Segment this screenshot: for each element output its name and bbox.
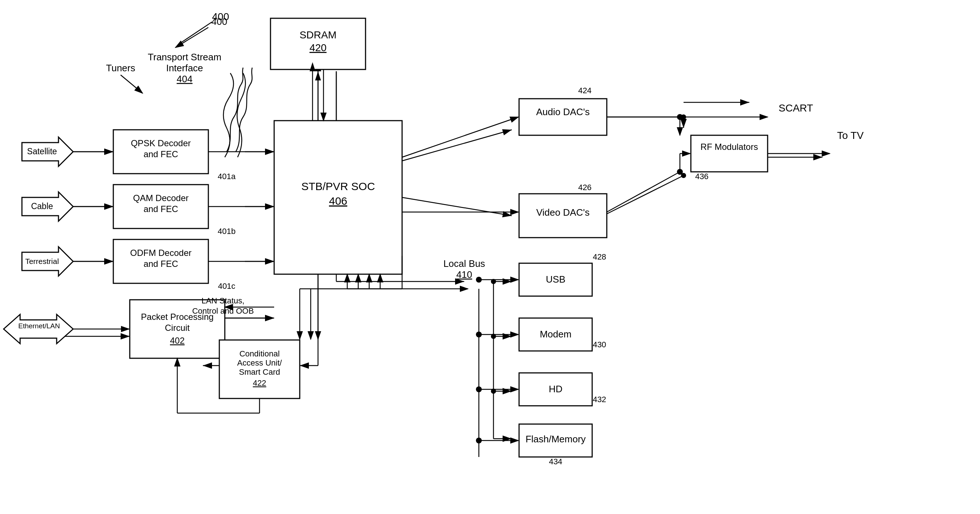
svg-text:LAN Status,: LAN Status, xyxy=(201,296,244,305)
svg-text:Terrestrial: Terrestrial xyxy=(25,257,59,266)
main-svg: SDRAM 420 STB/PVR SOC 406 QPSK Decoder a… xyxy=(0,0,980,514)
svg-text:Tuners: Tuners xyxy=(106,62,135,73)
svg-text:USB: USB xyxy=(546,274,565,285)
svg-text:HD: HD xyxy=(549,384,563,395)
svg-text:QAM Decoder: QAM Decoder xyxy=(133,193,189,203)
svg-text:Video DAC's: Video DAC's xyxy=(536,207,590,218)
svg-text:420: 420 xyxy=(310,42,327,53)
ref-400-label: 400 xyxy=(212,11,229,23)
svg-text:SDRAM: SDRAM xyxy=(299,29,336,41)
svg-text:Conditional: Conditional xyxy=(239,349,280,358)
svg-rect-71 xyxy=(691,135,768,172)
svg-text:To TV: To TV xyxy=(837,130,864,141)
svg-line-100 xyxy=(175,27,208,48)
svg-text:Cable: Cable xyxy=(31,201,53,211)
diagram: SDRAM 420 STB/PVR SOC 406 QPSK Decoder a… xyxy=(0,0,980,514)
svg-text:434: 434 xyxy=(549,457,563,466)
svg-point-140 xyxy=(476,277,482,283)
svg-text:404: 404 xyxy=(177,73,192,84)
svg-text:Smart Card: Smart Card xyxy=(239,368,280,377)
svg-text:410: 410 xyxy=(456,269,472,280)
svg-text:and FEC: and FEC xyxy=(144,259,178,269)
svg-text:430: 430 xyxy=(593,340,606,349)
svg-text:and FEC: and FEC xyxy=(144,204,178,214)
svg-text:406: 406 xyxy=(329,195,347,207)
svg-text:Control and OOB: Control and OOB xyxy=(192,306,254,315)
svg-text:Interface: Interface xyxy=(166,62,203,73)
svg-text:QPSK Decoder: QPSK Decoder xyxy=(131,138,191,148)
svg-text:432: 432 xyxy=(593,395,606,404)
svg-text:424: 424 xyxy=(578,86,592,95)
svg-text:ODFM Decoder: ODFM Decoder xyxy=(130,248,191,258)
svg-text:426: 426 xyxy=(578,183,592,192)
svg-text:422: 422 xyxy=(253,379,266,388)
svg-text:RF Modulators: RF Modulators xyxy=(700,142,758,152)
svg-text:401b: 401b xyxy=(218,227,236,236)
svg-line-121 xyxy=(607,172,680,212)
svg-text:436: 436 xyxy=(695,172,709,181)
svg-text:Transport Stream: Transport Stream xyxy=(148,51,221,62)
svg-text:401a: 401a xyxy=(218,172,236,181)
svg-text:Flash/Memory: Flash/Memory xyxy=(526,434,586,444)
svg-text:Ethernet/LAN: Ethernet/LAN xyxy=(18,322,60,330)
svg-text:402: 402 xyxy=(170,336,185,345)
svg-text:and FEC: and FEC xyxy=(144,149,178,159)
svg-point-146 xyxy=(476,438,482,444)
svg-point-144 xyxy=(476,387,482,392)
svg-text:Access Unit/: Access Unit/ xyxy=(237,358,282,368)
svg-text:Satellite: Satellite xyxy=(27,146,57,156)
svg-text:SCART: SCART xyxy=(779,102,813,114)
svg-text:401c: 401c xyxy=(218,282,235,291)
svg-text:Local Bus: Local Bus xyxy=(443,258,485,269)
svg-text:STB/PVR SOC: STB/PVR SOC xyxy=(301,180,375,192)
svg-line-115 xyxy=(402,117,518,157)
svg-text:Circuit: Circuit xyxy=(165,323,190,333)
svg-line-102 xyxy=(121,75,143,93)
svg-text:428: 428 xyxy=(593,252,606,261)
svg-point-142 xyxy=(476,332,482,337)
svg-text:Audio DAC's: Audio DAC's xyxy=(536,107,590,117)
svg-text:Modem: Modem xyxy=(540,329,572,340)
